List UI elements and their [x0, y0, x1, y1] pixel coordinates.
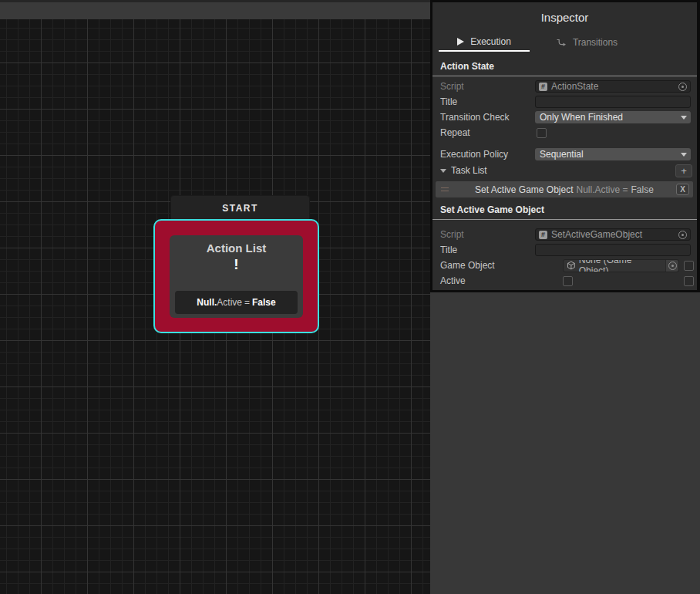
transition-check-dropdown[interactable]: Only When Finished [535, 111, 691, 123]
task-item-text: Set Active Game ObjectNull.Active =False [475, 184, 654, 195]
chevron-down-icon [681, 153, 687, 157]
object-picker-icon[interactable] [678, 231, 687, 239]
tab-execution[interactable]: Execution [439, 33, 530, 52]
active-row: Active [432, 273, 697, 289]
add-task-button[interactable]: + [675, 164, 692, 177]
script-label: Script [440, 229, 535, 240]
graph-area: START Action List ! Null.Active=False [0, 0, 430, 594]
start-node[interactable]: START [170, 195, 310, 221]
execution-policy-row: Execution Policy Sequential [432, 147, 697, 162]
action-node-body: Action List ! Null.Active=False [170, 235, 303, 318]
game-object-field[interactable]: None (Game Object) [563, 259, 679, 272]
start-node-label: START [222, 203, 258, 214]
script-value: ActionState [551, 81, 598, 92]
object-picker-icon [668, 262, 677, 270]
game-object-row: Game Object None (Game Object) [432, 258, 697, 273]
inspector-title: Inspector [432, 2, 697, 24]
tab-execution-label: Execution [470, 36, 511, 47]
execution-policy-value: Sequential [540, 149, 584, 160]
repeat-label: Repeat [440, 127, 535, 138]
task-item-value: False [631, 184, 654, 195]
task-property: Active [217, 297, 242, 308]
transition-check-label: Transition Check [440, 112, 535, 123]
cube-icon [567, 261, 576, 270]
chevron-down-icon [681, 116, 687, 120]
active-override-checkbox[interactable] [684, 276, 694, 286]
task-value: False [252, 297, 276, 308]
transitions-icon [556, 38, 567, 48]
game-object-override-checkbox[interactable] [684, 261, 694, 271]
title-input[interactable] [535, 96, 691, 108]
game-object-value: None (Game Object) [579, 259, 663, 272]
repeat-checkbox[interactable] [537, 128, 547, 138]
inspector-column: Inspector Execution Transitions Action S… [430, 0, 700, 594]
script-object-field[interactable]: # SetActiveGameObject [535, 228, 691, 241]
exclamation-icon: ! [170, 257, 303, 272]
script-value: SetActiveGameObject [551, 229, 642, 240]
title-label: Title [440, 245, 535, 255]
script-icon: # [539, 231, 547, 239]
script-icon: # [539, 83, 547, 91]
execution-policy-dropdown[interactable]: Sequential [535, 148, 691, 160]
tab-transitions[interactable]: Transitions [544, 33, 630, 52]
active-label: Active [440, 275, 535, 286]
task-list-item[interactable]: Set Active Game ObjectNull.Active =False… [436, 181, 693, 197]
inspector-tabs: Execution Transitions [432, 33, 697, 52]
script-row-2: Script # SetActiveGameObject [432, 227, 697, 242]
inspector-panel: Inspector Execution Transitions Action S… [430, 0, 700, 292]
task-item-detail: Null.Active = [577, 184, 628, 195]
execution-policy-label: Execution Policy [440, 149, 535, 160]
tab-transitions-label: Transitions [573, 37, 618, 48]
task-operator: = [244, 297, 250, 308]
section-header-action-state: Action State [432, 61, 697, 76]
transition-check-value: Only When Finished [540, 112, 623, 123]
title-row-2: Title [432, 242, 697, 258]
object-picker-icon[interactable] [678, 83, 687, 91]
play-icon [457, 38, 464, 46]
repeat-row: Repeat [432, 125, 697, 140]
foldout-triangle-icon[interactable] [440, 169, 446, 173]
drag-handle-icon[interactable] [441, 187, 449, 191]
remove-task-button[interactable]: X [676, 184, 689, 195]
task-list-header: Task List + [432, 163, 697, 178]
task-item-title: Set Active Game Object [475, 184, 573, 195]
script-object-field[interactable]: # ActionState [535, 80, 691, 93]
section-header-set-active: Set Active Game Object [432, 204, 697, 220]
task-object: Null. [197, 297, 217, 308]
graph-toolbar [0, 0, 430, 19]
game-object-label: Game Object [440, 260, 535, 271]
title-row: Title [432, 94, 697, 110]
title-input[interactable] [535, 244, 691, 256]
script-label: Script [440, 81, 535, 92]
action-node-title: Action List [170, 241, 303, 255]
transition-check-row: Transition Check Only When Finished [432, 110, 697, 125]
task-list-label: Task List [451, 165, 487, 176]
action-list-node[interactable]: Action List ! Null.Active=False [153, 219, 319, 333]
node-task-summary: Null.Active=False [175, 291, 298, 314]
object-picker-segment[interactable] [665, 260, 678, 272]
script-row: Script # ActionState [432, 79, 697, 94]
active-checkbox[interactable] [563, 276, 573, 286]
title-label: Title [440, 96, 535, 107]
